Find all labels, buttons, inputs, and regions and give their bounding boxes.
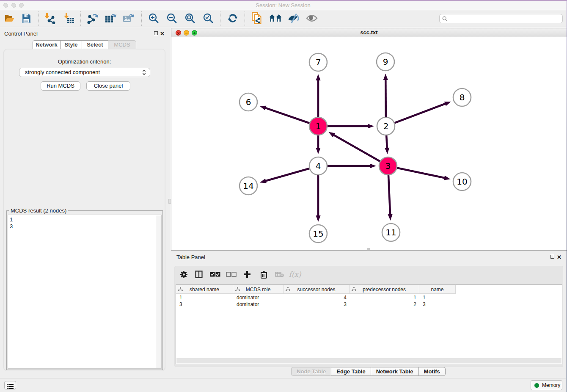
network-window-close-button[interactable]: x xyxy=(176,30,181,36)
table-row[interactable]: 3dominator323 xyxy=(176,301,562,308)
graph-node-label-11: 11 xyxy=(385,227,396,237)
task-history-button[interactable] xyxy=(4,381,16,389)
table-panel-title: Table Panel xyxy=(176,254,205,260)
edge-arrow-4-3 xyxy=(370,163,376,168)
memory-label: Memory xyxy=(542,382,560,388)
column-header-predecessor-nodes[interactable]: predecessor nodes xyxy=(350,285,419,294)
edge-4-14[interactable] xyxy=(265,168,310,181)
edge-3-10[interactable] xyxy=(396,168,445,178)
open-session-icon[interactable] xyxy=(3,12,16,24)
mcds-result-lines: 1 3 xyxy=(10,216,13,230)
edge-2-8[interactable] xyxy=(394,103,446,123)
window-title: Session: New Session xyxy=(0,1,566,10)
delete-table-icon[interactable] xyxy=(274,269,285,280)
column-header-successor-nodes[interactable]: successor nodes xyxy=(284,285,350,294)
function-builder-icon[interactable]: f(x) xyxy=(287,269,303,280)
control-panel-close-icon[interactable]: ✕ xyxy=(160,32,165,36)
memory-status-icon xyxy=(534,383,539,388)
column-header-name[interactable]: name xyxy=(419,285,456,294)
result-scrollbar[interactable] xyxy=(156,215,161,368)
control-panel-header: Control Panel ✕ xyxy=(0,28,168,39)
table-hscroll-track[interactable] xyxy=(176,358,561,363)
table-tab-node-table[interactable]: Node Table xyxy=(291,367,331,376)
edge-arrow-2-8 xyxy=(444,102,451,106)
toolbar-separator xyxy=(141,11,142,26)
edge-2-3[interactable] xyxy=(386,134,387,149)
import-table-icon[interactable] xyxy=(63,12,75,24)
table-header-row: shared nameMCDS rolesuccessor nodesprede… xyxy=(176,285,456,294)
table-settings-icon[interactable] xyxy=(178,269,189,280)
control-panel-tab-network[interactable]: Network xyxy=(33,40,60,49)
window-minimize-button[interactable] xyxy=(11,3,16,8)
close-panel-button[interactable]: Close panel xyxy=(86,81,130,91)
window-titlebar: Session: New Session xyxy=(0,1,566,10)
zoom-selected-icon[interactable] xyxy=(201,12,214,24)
mcds-result-box[interactable]: 1 3 xyxy=(8,215,162,369)
graph-node-label-8: 8 xyxy=(460,92,465,102)
export-network-icon[interactable] xyxy=(86,12,100,24)
copy-network-icon[interactable] xyxy=(250,12,263,24)
zoom-out-icon[interactable] xyxy=(165,12,178,24)
table-panel-float-icon[interactable] xyxy=(550,255,554,259)
zoom-in-icon[interactable] xyxy=(147,12,160,24)
edge-arrow-1-2 xyxy=(368,124,374,128)
export-table-icon[interactable] xyxy=(104,12,118,24)
control-panel-tab-mcds[interactable]: MCDS xyxy=(108,40,136,49)
search-input[interactable] xyxy=(439,14,563,23)
table-tab-motifs[interactable]: Motifs xyxy=(418,367,446,376)
toolbar-separator xyxy=(220,11,220,26)
split-handle-horizontal[interactable] xyxy=(367,248,370,250)
window-zoom-button[interactable] xyxy=(19,3,24,8)
toggle-bird-eye-icon[interactable] xyxy=(306,12,318,24)
hide-panels-icon[interactable] xyxy=(287,12,300,24)
criterion-select[interactable]: strongly connected component xyxy=(19,68,150,77)
mcds-panel: Optimization criterion: strongly connect… xyxy=(3,49,165,371)
export-image-icon[interactable] xyxy=(122,12,135,24)
show-column-icon[interactable] xyxy=(193,269,204,280)
memory-button[interactable]: Memory xyxy=(531,380,562,390)
delete-row-icon[interactable] xyxy=(258,269,269,280)
network-window-titlebar: x − + scc.txt xyxy=(171,28,567,37)
run-mcds-button[interactable]: Run MCDS xyxy=(41,81,80,91)
home-layout-icon[interactable] xyxy=(268,12,283,24)
control-panel-tab-style[interactable]: Style xyxy=(60,40,82,49)
column-header-MCDS-role[interactable]: MCDS role xyxy=(233,285,284,294)
edge-1-6[interactable] xyxy=(265,108,311,123)
edge-3-11[interactable] xyxy=(388,174,390,215)
edge-arrow-1-6 xyxy=(259,106,266,110)
table-cell: dominator xyxy=(233,294,284,301)
graph-node-label-10: 10 xyxy=(457,177,467,187)
column-header-shared-name[interactable]: shared name xyxy=(176,285,233,294)
graph-node-label-2: 2 xyxy=(383,121,389,131)
network-graph[interactable]: 7968124314101115 xyxy=(171,37,566,250)
edge-2-9[interactable] xyxy=(385,79,386,118)
table-tab-network-table[interactable]: Network Table xyxy=(371,367,418,376)
table-tab-edge-table[interactable]: Edge Table xyxy=(331,367,370,376)
network-window-minimize-button[interactable]: − xyxy=(184,30,189,36)
graph-node-label-15: 15 xyxy=(313,229,323,239)
control-panel-float-icon[interactable] xyxy=(154,31,158,35)
control-panel-tab-select[interactable]: Select xyxy=(82,40,108,49)
window-close-button[interactable] xyxy=(3,3,8,8)
import-network-icon[interactable] xyxy=(43,12,56,24)
network-window-zoom-button[interactable]: + xyxy=(192,30,197,36)
toolbar-separator xyxy=(245,11,245,26)
add-row-icon[interactable] xyxy=(241,269,253,280)
select-all-columns-icon[interactable] xyxy=(209,269,220,280)
edge-arrow-2-3 xyxy=(385,148,389,154)
refresh-icon[interactable] xyxy=(226,12,239,24)
control-panel-title: Control Panel xyxy=(4,30,38,37)
save-session-icon[interactable] xyxy=(19,12,32,24)
select-spinner-icon xyxy=(142,69,146,75)
table-cell: 3 xyxy=(284,301,350,308)
table-tabs: Node TableEdge TableNetwork TableMotifs xyxy=(171,367,566,376)
edge-3-1[interactable] xyxy=(333,135,381,162)
network-view-window: x − + scc.txt 7968124314101115 xyxy=(171,28,567,251)
table-row[interactable]: 1dominator411 xyxy=(176,294,562,301)
edge-arrow-3-1 xyxy=(328,132,335,137)
table-panel-close-icon[interactable]: ✕ xyxy=(557,255,561,259)
unselect-all-columns-icon[interactable] xyxy=(226,269,237,280)
graph-node-label-1: 1 xyxy=(316,121,321,131)
table-cell: 4 xyxy=(284,294,350,301)
zoom-fit-icon[interactable] xyxy=(183,12,196,24)
